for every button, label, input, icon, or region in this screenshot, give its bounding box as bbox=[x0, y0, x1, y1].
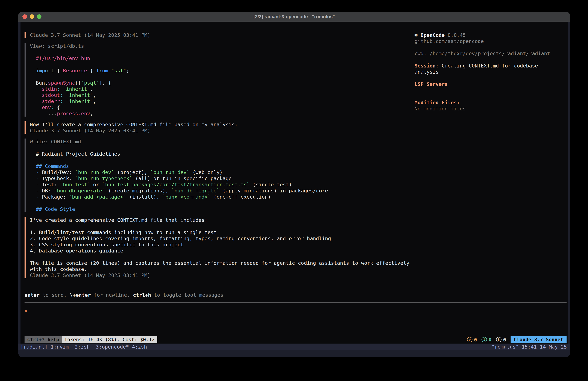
terminal-content: Claude 3.7 Sonnet (14 May 2025 03:41 PM)… bbox=[21, 22, 568, 344]
help-chip[interactable]: ctrl+? help bbox=[24, 336, 62, 343]
status-bar-right: w 0 i 0 h 0 Claude 3.7 Sonnet bbox=[467, 336, 567, 343]
warning-icon: w bbox=[467, 337, 472, 342]
window-controls bbox=[22, 14, 42, 19]
tmux-window-list[interactable]: [radiant] 1:nvim 2:zsh- 3:opencode* 4:zs… bbox=[21, 344, 147, 350]
hints-count: 0 bbox=[503, 337, 506, 343]
assistant-summary-block: I've created a comprehensive CONTEXT.md … bbox=[24, 217, 409, 278]
tool-write-file-block: Write: CONTEXT.md # Radiant Project Guid… bbox=[24, 138, 409, 212]
assistant-message-header-block: Claude 3.7 Sonnet (14 May 2025 03:41 PM) bbox=[24, 32, 409, 38]
warnings-counter: w 0 bbox=[467, 337, 477, 343]
prompt-symbol: > bbox=[24, 308, 28, 314]
desktop: [2/3] radiant:3:opencode - "romulus" Cla… bbox=[0, 0, 588, 381]
maximize-button[interactable] bbox=[37, 14, 42, 19]
tool-view-file-block: View: script/db.ts #!/usr/bin/env bun im… bbox=[24, 43, 409, 116]
model-badge: Claude 3.7 Sonnet bbox=[510, 336, 567, 343]
keybind-hints: enter to send, \+enter for newline, ctrl… bbox=[24, 292, 223, 298]
session-sidebar: © OpenCode 0.0.45github.com/sst/opencode… bbox=[415, 32, 550, 112]
chat-log: Claude 3.7 Sonnet (14 May 2025 03:41 PM)… bbox=[24, 32, 409, 283]
hints-counter: h 0 bbox=[496, 337, 506, 343]
close-button[interactable] bbox=[22, 14, 27, 19]
input-separator bbox=[24, 302, 567, 303]
warnings-count: 0 bbox=[474, 337, 477, 343]
terminal-window: [2/3] radiant:3:opencode - "romulus" Cla… bbox=[18, 12, 570, 357]
window-title: [2/3] radiant:3:opencode - "romulus" bbox=[18, 12, 570, 22]
info-icon: i bbox=[482, 337, 487, 342]
assistant-message-block: Now I'll create a comprehensive CONTEXT.… bbox=[24, 121, 409, 134]
tokens-cost-chip: Tokens: 16.4K (8%), Cost: $0.12 bbox=[62, 336, 157, 343]
info-counter: i 0 bbox=[482, 337, 491, 343]
status-bar: ctrl+? help Tokens: 16.4K (8%), Cost: $0… bbox=[24, 336, 567, 343]
hint-icon: h bbox=[496, 337, 502, 342]
window-titlebar[interactable]: [2/3] radiant:3:opencode - "romulus" bbox=[18, 12, 570, 22]
minimize-button[interactable] bbox=[30, 14, 34, 19]
tmux-session-info: "romulus" 15:41 14-May-25 bbox=[491, 344, 567, 350]
status-bar-left: ctrl+? help Tokens: 16.4K (8%), Cost: $0… bbox=[24, 336, 157, 343]
info-count: 0 bbox=[489, 337, 491, 343]
tmux-status-bar: [radiant] 1:nvim 2:zsh- 3:opencode* 4:zs… bbox=[18, 344, 570, 350]
prompt-input[interactable]: > bbox=[24, 308, 557, 314]
